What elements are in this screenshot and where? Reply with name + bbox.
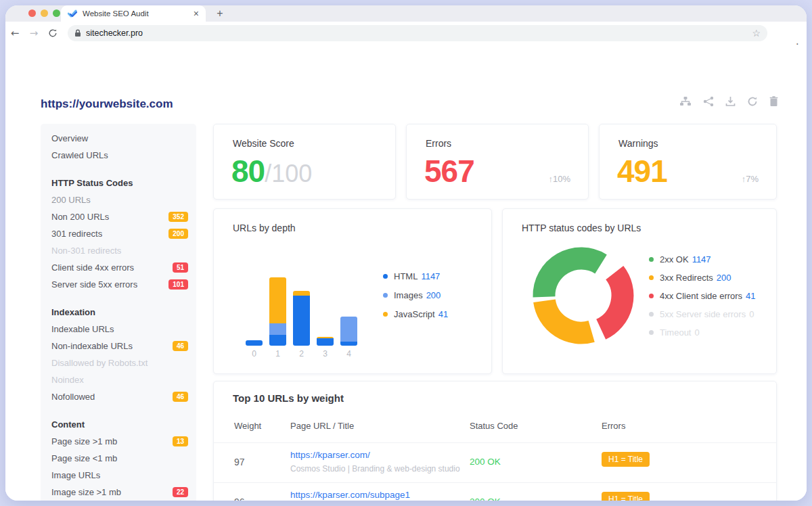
sidebar-item-label: Disallowed by Robots.txt — [51, 358, 188, 368]
legend-item-html: HTML1147 — [383, 271, 448, 281]
back-icon[interactable]: ← — [5, 27, 24, 39]
warnings-value: 491 — [617, 153, 667, 189]
legend-item-4xx: 4xx Client side errors41 — [649, 291, 756, 301]
forward-icon[interactable]: → — [24, 27, 43, 39]
sidebar-item-label: Non 200 URLs — [51, 212, 168, 222]
sidebar-item-server-5xx-errors[interactable]: Server side 5xx errors101 — [51, 276, 188, 293]
donut-chart-legend: 2xx OK1147 3xx Redirects200 4xx Client s… — [649, 254, 756, 338]
count-badge: 13 — [173, 436, 188, 446]
address-bar[interactable]: sitechecker.pro ☆ — [68, 25, 767, 41]
bar-segment-html — [317, 338, 334, 346]
sitechecker-favicon-icon — [68, 9, 77, 18]
status-code-value: 200 OK — [470, 497, 501, 501]
reload-icon[interactable] — [43, 27, 62, 39]
sidebar-item-noindex: Noindex — [51, 371, 188, 388]
sidebar-item-200-urls[interactable]: 200 URLs — [51, 191, 188, 208]
sidebar-item-page-size-lt1mb[interactable]: Page size <1 mb — [51, 450, 188, 467]
x-axis-tick: 2 — [293, 349, 310, 359]
page-url-link[interactable]: https://kparser.com/ — [290, 450, 370, 460]
sidebar-section-indexation: Indexation — [51, 304, 188, 321]
sidebar-item-label: Non-indexable URLs — [51, 341, 173, 351]
error-badge: H1 = Title — [602, 492, 650, 501]
legend-dot-icon — [383, 312, 388, 317]
x-axis-tick: 0 — [246, 349, 263, 359]
column-header-errors: Errors — [602, 421, 625, 431]
bar-segment-html — [293, 296, 310, 346]
sidebar-item-label: Crawled URLs — [51, 150, 188, 160]
table-row: 97 https://kparser.com/ Cosmos Studio | … — [214, 443, 776, 482]
bar-depth-3 — [317, 337, 334, 346]
trash-icon[interactable] — [769, 96, 778, 107]
sidebar-item-nofollowed[interactable]: Nofollowed46 — [51, 388, 188, 405]
minimize-window-button[interactable] — [41, 9, 48, 17]
legend-dot-icon — [383, 274, 388, 279]
count-badge: 46 — [173, 392, 188, 402]
column-header-status: Status Code — [470, 421, 518, 431]
close-window-button[interactable] — [28, 9, 36, 17]
sidebar-item-image-size-gt1mb[interactable]: Image size >1 mb22 — [51, 484, 188, 501]
legend-dot-icon — [649, 257, 654, 262]
sidebar-item-client-4xx-errors[interactable]: Client side 4xx errors51 — [51, 259, 188, 276]
sidebar-item-label: 200 URLs — [51, 195, 188, 205]
page-url-link[interactable]: https://kparser.com/subpage1 — [290, 490, 410, 500]
new-tab-button[interactable]: + — [212, 6, 227, 21]
browser-toolbar: ← → sitechecker.pro ☆ ⋮ — [5, 22, 807, 45]
sidebar-item-image-urls[interactable]: Image URLs — [51, 467, 188, 484]
x-axis-tick: 4 — [340, 349, 357, 359]
status-code-value: 200 OK — [470, 457, 501, 467]
legend-item-3xx: 3xx Redirects200 — [649, 273, 756, 283]
bar-depth-1 — [269, 277, 286, 346]
legend-dot-icon — [383, 293, 388, 298]
count-badge: 101 — [168, 279, 188, 290]
sidebar-item-overview[interactable]: Overview — [51, 130, 188, 147]
refresh-icon[interactable] — [747, 96, 758, 107]
close-tab-icon[interactable]: × — [194, 9, 199, 18]
legend-item-javascript: JavaScript41 — [383, 309, 448, 319]
lock-icon — [74, 29, 81, 37]
sidebar-item-label: Page size <1 mb — [51, 453, 188, 463]
bar-segment-html — [246, 340, 263, 346]
sidebar-item-label: Noindex — [51, 375, 188, 385]
sitemap-icon[interactable] — [679, 96, 692, 107]
sidebar-item-301-redirects[interactable]: 301 redirects200 — [51, 225, 188, 242]
sidebar-item-page-size-gt1mb[interactable]: Page size >1 mb13 — [51, 433, 188, 450]
sidebar-item-disallowed-robots: Disallowed by Robots.txt — [51, 354, 188, 371]
sidebar-item-indexable-urls[interactable]: Indexable URLs — [51, 321, 188, 338]
count-badge: 22 — [173, 487, 188, 497]
table-row: 96 https://kparser.com/subpage1 Cosmos S… — [214, 483, 776, 501]
share-icon[interactable] — [703, 96, 714, 107]
sidebar-item-non-200-urls[interactable]: Non 200 URLs352 — [51, 208, 188, 225]
sidebar-item-label: Indexable URLs — [51, 324, 188, 334]
errors-delta: ↑10% — [548, 174, 570, 184]
x-axis-tick: 3 — [317, 349, 334, 359]
top-urls-table-card: Top 10 URLs by weight Weight Page URL / … — [213, 381, 777, 501]
sidebar-section-label: Content — [51, 419, 188, 430]
maximize-window-button[interactable] — [53, 9, 60, 17]
sidebar-item-crawled-urls[interactable]: Crawled URLs — [51, 147, 188, 164]
audited-site-url: https://yourwebsite.com — [41, 97, 173, 111]
bar-segment-javascript — [293, 291, 310, 296]
count-badge: 352 — [168, 212, 188, 222]
bookmark-star-icon[interactable]: ☆ — [752, 28, 761, 39]
sidebar-item-non-indexable-urls[interactable]: Non-indexable URLs46 — [51, 338, 188, 354]
warnings-card: Warnings 491 ↑7% — [599, 124, 777, 200]
x-axis-tick: 1 — [269, 349, 286, 359]
download-icon[interactable] — [725, 96, 736, 107]
sidebar-item-label: Server side 5xx errors — [51, 279, 168, 290]
tab-title: Website SEO Audit — [83, 9, 188, 18]
legend-item-2xx: 2xx OK1147 — [649, 254, 756, 264]
browser-tab[interactable]: Website SEO Audit × — [61, 5, 206, 22]
table-title: Top 10 URLs by weight — [233, 392, 344, 404]
bar-depth-4 — [340, 317, 357, 346]
sidebar-item-label: Page size >1 mb — [51, 436, 173, 446]
sidebar-item-label: 301 redirects — [51, 229, 168, 239]
bar-segment-javascript — [269, 277, 286, 323]
bar-segment-html — [340, 342, 357, 346]
legend-dot-icon — [649, 330, 654, 335]
errors-value: 567 — [424, 153, 474, 189]
sidebar-item-label: Nofollowed — [51, 392, 173, 402]
card-title: Errors — [426, 138, 451, 149]
tab-strip: Website SEO Audit × + — [5, 5, 807, 22]
sidebar-item-label: Client side 4xx errors — [51, 262, 173, 273]
bar-depth-2 — [293, 291, 310, 346]
